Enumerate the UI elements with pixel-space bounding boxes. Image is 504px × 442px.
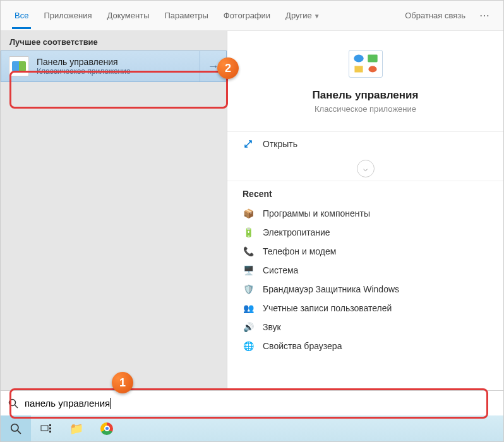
control-panel-icon bbox=[9, 56, 29, 76]
menu-dots-icon[interactable]: ⋯ bbox=[472, 9, 497, 21]
tab-photos[interactable]: Фотографии bbox=[216, 2, 278, 29]
programs-icon: 📦 bbox=[243, 208, 254, 219]
browser-icon: 🌐 bbox=[243, 340, 254, 352]
recent-item-sound[interactable]: 🔊Звук bbox=[243, 318, 488, 337]
sound-icon: 🔊 bbox=[243, 321, 254, 333]
taskbar-chrome-button[interactable] bbox=[92, 415, 122, 441]
tab-docs[interactable]: Документы bbox=[99, 2, 157, 29]
tab-apps[interactable]: Приложения bbox=[36, 2, 99, 29]
recent-item-power[interactable]: 🔋Электропитание bbox=[243, 223, 488, 242]
text-cursor bbox=[110, 398, 111, 409]
taskview-icon bbox=[40, 423, 52, 434]
svg-rect-7 bbox=[49, 431, 51, 433]
svg-point-2 bbox=[11, 424, 18, 431]
search-bar[interactable]: панель управления bbox=[1, 390, 503, 415]
taskbar-taskview-button[interactable] bbox=[31, 415, 61, 441]
recent-item-firewall[interactable]: 🛡️Брандмауэр Защитника Windows bbox=[243, 280, 488, 299]
open-icon bbox=[243, 138, 254, 150]
recent-item-system[interactable]: 🖥️Система bbox=[243, 261, 488, 280]
taskbar: 📁 bbox=[1, 415, 503, 441]
phone-icon: 📞 bbox=[243, 246, 254, 257]
search-tabs: Все Приложения Документы Параметры Фотог… bbox=[1, 1, 503, 31]
taskbar-search-button[interactable] bbox=[1, 415, 31, 441]
result-title: Панель управления bbox=[37, 57, 200, 67]
firewall-icon: 🛡️ bbox=[243, 284, 254, 295]
svg-line-3 bbox=[18, 430, 21, 433]
annotation-badge-1: 1 bbox=[112, 372, 133, 393]
tab-params[interactable]: Параметры bbox=[157, 2, 215, 29]
svg-line-1 bbox=[15, 405, 18, 408]
feedback-link[interactable]: Обратная связь bbox=[399, 11, 472, 20]
detail-title: Панель управления bbox=[313, 89, 419, 102]
expand-toggle[interactable]: ⌵ bbox=[227, 156, 503, 181]
detail-panel: Панель управления Классическое приложени… bbox=[227, 31, 503, 408]
recent-item-phone[interactable]: 📞Телефон и модем bbox=[243, 242, 488, 261]
folder-icon: 📁 bbox=[69, 422, 83, 436]
control-panel-large-icon bbox=[349, 50, 383, 78]
open-action[interactable]: Открыть bbox=[227, 131, 503, 156]
svg-rect-6 bbox=[49, 427, 51, 429]
recent-item-programs[interactable]: 📦Программы и компоненты bbox=[243, 204, 488, 223]
recent-section: Recent 📦Программы и компоненты 🔋Электроп… bbox=[227, 181, 503, 355]
annotation-badge-2: 2 bbox=[217, 57, 239, 79]
tab-more[interactable]: Другие▼ bbox=[278, 2, 328, 29]
chevron-down-icon: ▼ bbox=[314, 13, 320, 20]
result-subtitle: Классическое приложение bbox=[37, 67, 200, 76]
chevron-down-icon: ⌵ bbox=[357, 160, 375, 177]
search-body: Лучшее соответствие Панель управления Кл… bbox=[1, 31, 503, 408]
system-icon: 🖥️ bbox=[243, 265, 254, 276]
result-control-panel[interactable]: Панель управления Классическое приложени… bbox=[1, 51, 227, 82]
tab-all[interactable]: Все bbox=[7, 2, 36, 29]
svg-rect-5 bbox=[49, 424, 51, 426]
svg-rect-4 bbox=[41, 426, 48, 431]
search-icon bbox=[10, 423, 21, 434]
recent-item-users[interactable]: 👥Учетные записи пользователей bbox=[243, 299, 488, 318]
recent-item-browser[interactable]: 🌐Свойства браузера bbox=[243, 337, 488, 355]
users-icon: 👥 bbox=[243, 302, 254, 314]
svg-point-0 bbox=[9, 399, 16, 405]
power-icon: 🔋 bbox=[243, 227, 254, 238]
chrome-icon bbox=[100, 422, 113, 435]
results-panel: Лучшее соответствие Панель управления Кл… bbox=[1, 31, 227, 408]
search-input[interactable]: панель управления bbox=[25, 398, 110, 409]
recent-header: Recent bbox=[243, 189, 488, 199]
taskbar-explorer-button[interactable]: 📁 bbox=[61, 415, 92, 441]
search-icon bbox=[8, 398, 18, 409]
best-match-header: Лучшее соответствие bbox=[1, 31, 227, 51]
open-label: Открыть bbox=[263, 139, 297, 149]
result-text: Панель управления Классическое приложени… bbox=[37, 57, 200, 76]
detail-subtitle: Классическое приложение bbox=[315, 104, 416, 114]
